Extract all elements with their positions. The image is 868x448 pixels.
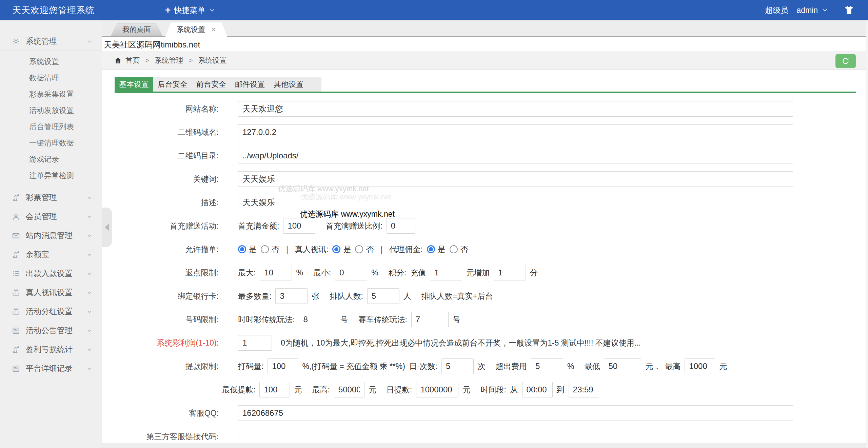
rebate-max-input[interactable] — [260, 265, 292, 280]
bank-queue-input[interactable] — [367, 288, 399, 304]
chevron-down-icon — [209, 6, 216, 14]
points-add-input[interactable] — [494, 265, 526, 280]
sidebar-item-order-anomaly[interactable]: 注单异常检测 — [0, 168, 102, 184]
inline-label: 张 — [312, 291, 319, 301]
agent-commission-yes-radio[interactable] — [427, 245, 435, 253]
sidebar-item-live-video-settings[interactable]: 真人视讯设置 — [0, 283, 102, 302]
tab-system-settings[interactable]: 系统设置 × — [165, 22, 228, 37]
field-label: 提款限制: — [115, 361, 219, 372]
fee-max-input[interactable] — [685, 358, 715, 374]
daily-times-input[interactable] — [441, 358, 474, 374]
rebate-min-input[interactable] — [335, 265, 367, 280]
sidebar-item-site-messages[interactable]: 站内消息管理 — [0, 226, 102, 245]
sidebar-item-member-management[interactable]: 会员管理 — [0, 207, 102, 226]
tab-my-desktop[interactable]: 我的桌面 — [111, 23, 162, 36]
agent-commission-no-radio[interactable] — [450, 245, 458, 253]
breadcrumb-home[interactable]: 首页 — [125, 56, 140, 65]
sidebar-item-profit-loss-stats[interactable]: 盈利亏损统计 — [0, 340, 102, 359]
first-charge-amount-input[interactable] — [283, 218, 315, 234]
sidebar-submenu-system: 系统设置 数据清理 彩票采集设置 活动发放设置 后台管理列表 一键清理数据 游戏… — [0, 51, 102, 188]
third-party-code-input[interactable] — [238, 429, 793, 444]
sidebar-item-lottery-management[interactable]: 彩票管理 — [0, 188, 102, 207]
tab-mail-settings[interactable]: 邮件设置 — [231, 77, 269, 92]
sidebar-item-payment-settings[interactable]: 出款入款设置 — [0, 264, 102, 283]
chart-icon — [12, 193, 20, 202]
username: admin — [796, 6, 818, 15]
sidebar-item-one-key-clean[interactable]: 一键清理数据 — [0, 135, 102, 151]
live-video-yes-radio[interactable] — [332, 245, 340, 253]
sidebar-collapse-handle[interactable] — [102, 208, 112, 247]
breadcrumb-separator: > — [145, 56, 149, 64]
race-number-input[interactable] — [411, 312, 449, 327]
qr-dir-input[interactable] — [238, 148, 793, 163]
sidebar-item-activity-grant[interactable]: 活动发放设置 — [0, 102, 102, 119]
field-label: 描述: — [115, 197, 219, 208]
fee-min-input[interactable] — [604, 358, 641, 374]
inline-label: 日-次数: — [409, 361, 437, 372]
points-charge-input[interactable] — [430, 265, 462, 280]
refresh-button[interactable] — [835, 54, 856, 68]
profit-hint: 0为随机，10为最大,即控死,控死出现必中情况会造成前台不开奖，一般设置为1-5… — [281, 338, 641, 348]
form-row-number-limit: 号码限制: 时时彩传统玩法: 号 赛车传统玩法: 号 — [115, 312, 856, 327]
inline-label: 打码量: — [238, 361, 263, 372]
excess-fee-input[interactable] — [531, 358, 563, 374]
tab-backend-security[interactable]: 后台安全 — [153, 77, 192, 92]
sidebar-item-label: 站内消息管理 — [26, 230, 86, 241]
sidebar-item-lottery-collect[interactable]: 彩票采集设置 — [0, 86, 102, 102]
ssc-number-input[interactable] — [299, 312, 336, 327]
inline-label: 赛车传统玩法: — [358, 314, 407, 325]
close-icon[interactable]: × — [211, 25, 216, 34]
sidebar-item-platform-records[interactable]: 平台详细记录 — [0, 359, 102, 378]
sidebar-item-yuebao[interactable]: 余额宝 — [0, 245, 102, 264]
sidebar-item-activity-dividend[interactable]: 活动分红设置 — [0, 302, 102, 321]
tab-basic-settings[interactable]: 基本设置 — [115, 77, 153, 92]
breadcrumb-bar: 首页 > 系统管理 > 系统设置 — [102, 51, 866, 70]
time-to-input[interactable] — [569, 382, 599, 397]
withdraw-daily-input[interactable] — [416, 382, 458, 397]
inline-label: 元， — [645, 361, 661, 372]
sidebar-item-system-settings[interactable]: 系统设置 — [0, 54, 102, 70]
user-icon — [12, 212, 20, 221]
tab-other-settings[interactable]: 其他设置 — [269, 77, 308, 92]
live-video-no-radio[interactable] — [355, 245, 363, 253]
withdraw-max-input[interactable] — [334, 382, 364, 397]
form-row-third-party-service: 第三方客服链接代码: — [115, 429, 856, 444]
chevron-down-icon — [86, 327, 93, 334]
sidebar-item-data-cleanup[interactable]: 数据清理 — [0, 70, 102, 86]
inline-label: 代理佣金: — [389, 244, 422, 255]
system-profit-input[interactable] — [238, 335, 272, 351]
form-row-qr-dir: 二维码目录: — [115, 148, 856, 163]
sidebar-item-label: 余额宝 — [26, 249, 86, 260]
site-name-input[interactable] — [238, 101, 793, 117]
inline-label: 最小: — [313, 268, 331, 278]
user-menu[interactable]: admin — [796, 6, 829, 15]
sidebar-item-admin-list[interactable]: 后台管理列表 — [0, 119, 102, 135]
allow-cancel-no-radio[interactable] — [261, 245, 269, 253]
sidebar: 系统管理 系统设置 数据清理 彩票采集设置 活动发放设置 后台管理列表 一键清理… — [0, 20, 102, 448]
field-label: 首充赠送活动: — [115, 221, 219, 231]
scrollbar-gutter[interactable] — [866, 20, 868, 448]
form-row-keywords: 关键词: — [115, 171, 856, 187]
time-from-input[interactable] — [522, 382, 553, 397]
dama-input[interactable] — [268, 358, 298, 374]
inline-label: 最高 — [665, 361, 680, 372]
field-label: 二维码目录: — [115, 151, 219, 161]
bank-max-input[interactable] — [275, 288, 308, 304]
first-charge-ratio-input[interactable] — [387, 218, 415, 234]
inline-label: 最大: — [238, 268, 256, 278]
quick-menu-button[interactable]: + 快捷菜单 — [165, 5, 216, 16]
chevron-down-icon — [86, 213, 93, 220]
sidebar-item-activity-announcements[interactable]: 活动公告管理 — [0, 321, 102, 340]
sidebar-item-game-records[interactable]: 游戏记录 — [0, 151, 102, 168]
radio-label: 否 — [366, 244, 374, 255]
withdraw-min-input[interactable] — [259, 382, 290, 397]
tab-frontend-security[interactable]: 前台安全 — [192, 77, 231, 92]
service-qq-input[interactable] — [238, 405, 793, 421]
theme-tshirt-icon[interactable] — [844, 5, 854, 16]
form-row-site-name: 网站名称: — [115, 101, 856, 117]
allow-cancel-yes-radio[interactable] — [238, 245, 246, 253]
sidebar-item-label: 系统管理 — [26, 36, 86, 46]
qr-domain-input[interactable] — [238, 124, 793, 140]
inline-label: 元 — [462, 385, 470, 395]
sidebar-item-system-management[interactable]: 系统管理 — [0, 32, 102, 51]
